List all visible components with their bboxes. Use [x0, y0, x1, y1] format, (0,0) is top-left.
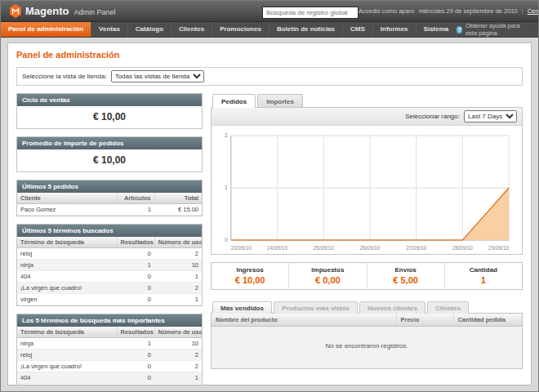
table-header-row: Término de búsquedaResultadosNúmero de u… — [17, 327, 202, 338]
column-header-te-rmino-de-bu-squeda: Término de búsqueda — [17, 237, 117, 248]
tab-clientes: Clientes — [427, 301, 469, 314]
svg-text:24/09/10: 24/09/10 — [267, 245, 287, 251]
svg-text:25/09/10: 25/09/10 — [314, 245, 334, 251]
table-cell: 2 — [154, 350, 202, 361]
dashboard-panel: Panel de administración Seleccione la vi… — [7, 42, 532, 385]
last-orders-title: Últimos 5 pedidos — [17, 180, 202, 193]
nav-item-informes[interactable]: Informes — [373, 22, 416, 37]
table-row: reloj02 — [17, 350, 202, 361]
tab-importes[interactable]: Importes — [257, 94, 303, 108]
nav-item-panel-de-administracio-n[interactable]: Panel de administración — [1, 22, 91, 37]
main-nav-bar: Panel de administraciónVentasCatálogoCli… — [1, 22, 538, 38]
nav-item-promociones[interactable]: Promociones — [212, 22, 270, 37]
logout-link[interactable]: Cerrar Sesión — [528, 7, 539, 15]
svg-text:28/09/10: 28/09/10 — [452, 245, 473, 251]
total-envi-os: Envíos€ 5,00 — [368, 263, 445, 289]
nav-item-sistema[interactable]: Sistema — [416, 22, 457, 37]
average-order-box: Promedio de importe de pedidos € 10,00 — [16, 136, 203, 172]
table-cell: 0 — [117, 248, 154, 260]
table-cell: 10 — [154, 260, 202, 271]
svg-text:27/09/10: 27/09/10 — [406, 245, 426, 251]
table-row: 40401 — [17, 372, 202, 384]
magento-logo-icon — [9, 4, 22, 18]
range-select[interactable]: Last 7 Days — [464, 110, 517, 122]
svg-text:1: 1 — [225, 185, 228, 190]
table-row: ¡La virgen que cuadro!02 — [17, 361, 202, 372]
total-label: Impuestos — [289, 266, 366, 274]
total-value: € 5,00 — [368, 275, 444, 285]
last-orders-table: ClienteArtículosTotal Paco Gomez1€ 15.00 — [17, 193, 202, 216]
table-row: 40401 — [17, 271, 202, 283]
table-cell: 1 — [154, 294, 202, 305]
table-cell: 404 — [17, 372, 117, 384]
svg-text:23/09/10: 23/09/10 — [231, 245, 252, 251]
column-header-cantidad-pedida: Cantidad pedida — [453, 314, 522, 327]
nav-item-cms[interactable]: CMS — [343, 22, 373, 37]
table-header-row: Nombre del productoPrecioCantidad pedida — [212, 314, 522, 327]
nav-item-cata-logo[interactable]: Catálogo — [128, 22, 172, 37]
sales-cycle-box: Ciclo de ventas € 10,00 — [16, 93, 203, 129]
svg-text:0: 0 — [225, 237, 228, 243]
sales-cycle-value: € 10,00 — [17, 106, 202, 128]
nav-item-clientes[interactable]: Clientes — [172, 22, 212, 37]
nav-item-boleti-n-de-noticias[interactable]: Boletín de noticias — [270, 22, 343, 37]
last-search-terms-box: Últimos 5 términos buscados Término de b… — [16, 224, 203, 306]
table-header-row: Término de búsquedaResultadosNúmero de u… — [17, 237, 202, 248]
total-value: € 0,00 — [289, 275, 366, 285]
svg-text:26/09/10: 26/09/10 — [359, 245, 380, 251]
main-nav-list: Panel de administraciónVentasCatálogoCli… — [1, 22, 457, 37]
nav-item-ventas[interactable]: Ventas — [91, 22, 128, 37]
store-view-select[interactable]: Todas las vistas de tienda — [111, 70, 204, 82]
table-row: ninja110 — [17, 260, 202, 271]
table-cell: ¡La virgen que cuadro! — [17, 361, 117, 372]
table-cell: 0 — [117, 361, 154, 372]
empty-table-message: No se encontraron registros. — [212, 327, 522, 368]
page-title: Panel de administración — [16, 50, 523, 60]
top-search-terms-table: Término de búsquedaResultadosNúmero de u… — [17, 327, 202, 385]
total-label: Envíos — [368, 266, 444, 274]
svg-text:29/09/10: 29/09/10 — [488, 245, 509, 251]
store-view-switcher: Seleccione la vista de tienda: Todas las… — [16, 67, 523, 86]
table-cell: virge — [17, 384, 117, 386]
last-search-terms-title: Últimos 5 términos buscados — [17, 225, 202, 237]
table-cell: € 15.00 — [154, 204, 202, 216]
session-info: Accedió como aparo miércoles 29 de septi… — [359, 7, 539, 15]
tab-ma-s-vendidos[interactable]: Más vendidos — [212, 301, 272, 314]
table-cell: 10 — [154, 338, 202, 350]
orders-chart-panel: Seleccionar rango: Last 7 Days 01223/09/… — [211, 107, 523, 255]
table-row: virgen01 — [17, 294, 202, 305]
logo-title: Magento — [25, 5, 69, 17]
total-value: € 10,00 — [212, 275, 288, 285]
table-cell: 0 — [117, 372, 154, 384]
last-orders-box: Últimos 5 pedidos ClienteArtículosTotal … — [16, 180, 203, 216]
total-label: Cantidad — [445, 266, 522, 274]
total-value: 1 — [445, 275, 522, 285]
table-cell: ¡La virgen que cuadro! — [17, 283, 117, 294]
magento-logo: Magento Admin Panel — [9, 4, 172, 18]
table-cell: 1 — [154, 271, 202, 283]
last-search-terms-table: Término de búsquedaResultadosNúmero de u… — [17, 237, 202, 305]
table-cell: 0 — [117, 350, 154, 361]
store-view-label: Seleccione la vista de tienda: — [22, 73, 107, 80]
global-search-input[interactable] — [262, 7, 359, 19]
logged-in-as: Accedió como aparo — [359, 7, 414, 15]
tab-pedidos[interactable]: Pedidos — [212, 94, 256, 108]
current-date: miércoles 29 de septiembre de 2010 — [418, 7, 517, 15]
average-order-title: Promedio de importe de pedidos — [17, 137, 202, 149]
sales-cycle-title: Ciclo de ventas — [17, 94, 202, 106]
separator: | — [522, 7, 523, 15]
table-row: virge01 — [17, 384, 202, 386]
top-header-bar: Magento Admin Panel Accedió como aparo m… — [1, 1, 538, 22]
total-ingresos: Ingresos€ 10,00 — [212, 263, 289, 289]
help-link[interactable]: Obtener ayuda para esta página — [466, 22, 530, 37]
table-cell: virgen — [17, 294, 117, 305]
table-cell: 0 — [117, 271, 154, 283]
total-label: Ingresos — [212, 266, 288, 274]
column-header-precio: Precio — [396, 314, 453, 327]
logo-subtitle: Admin Panel — [74, 6, 115, 16]
help-area: ? Obtener ayuda para esta página — [457, 22, 538, 37]
table-header-row: ClienteArtículosTotal — [17, 193, 202, 204]
top-search-terms-box: Los 5 términos de búsqueda más important… — [16, 314, 203, 385]
table-cell: 0 — [117, 283, 154, 294]
tab-productos-ma-s-vistos: Productos más vistos — [274, 301, 358, 314]
